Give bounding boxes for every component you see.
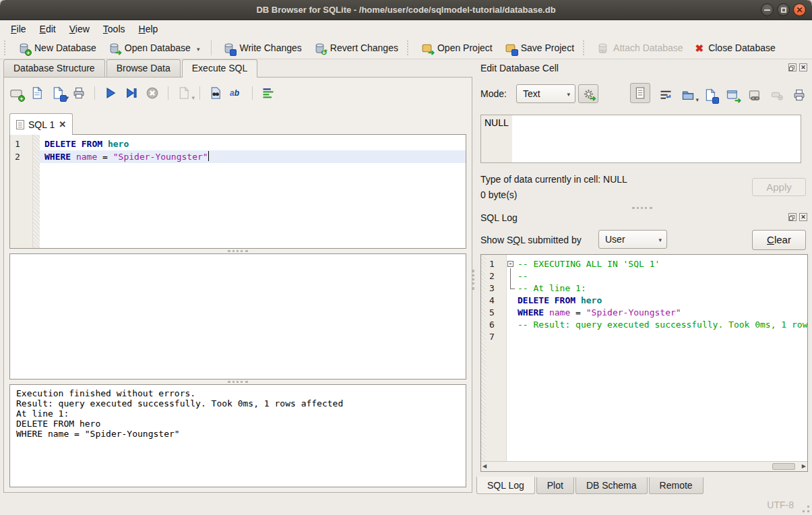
results-message-splitter[interactable] [228,381,248,383]
fold-marker [507,270,518,282]
find-in-sql-icon[interactable] [209,86,222,100]
bottom-tab-remote[interactable]: Remote [649,477,704,494]
sql-tab-close-icon[interactable]: ✕ [59,120,66,129]
bottom-tab-bar: SQL LogPlotDB SchemaRemote [476,477,704,494]
tab-browse-data[interactable]: Browse Data [106,59,181,77]
editor-code[interactable]: DELETE FROM heroWHERE name = "Spider-You… [40,135,466,248]
bottom-tab-db-schema[interactable]: DB Schema [575,477,648,494]
word-wrap-icon[interactable] [659,88,673,102]
replace-in-sql-icon[interactable]: ab [230,86,243,100]
text-document-icon [635,87,646,99]
fold-marker [507,307,518,319]
close-panel-icon[interactable]: ✕ [799,63,807,71]
open-database-button[interactable]: ➜ Open Database ▾ [102,40,206,57]
toolbar-drag-handle[interactable] [407,40,411,55]
tab-database-structure[interactable]: Database Structure [3,59,105,77]
line-number: 1 [10,138,32,150]
menu-view[interactable]: View [63,22,96,36]
cell-value-editor[interactable]: NULL [480,115,801,163]
gear-icon: ➜ [584,89,594,99]
copy-link-icon[interactable] [748,88,761,102]
sql-log-view[interactable]: 1234567 -- EXECUTING ALL IN 'SQL 1'---- … [480,254,808,472]
set-null-icon[interactable] [770,88,784,102]
open-sql-file-icon[interactable] [30,86,44,100]
execution-message[interactable]: Execution finished without errors.Result… [9,384,466,487]
fold-marker [507,319,518,331]
execute-current-line-icon[interactable] [125,86,138,100]
fold-marker[interactable] [507,258,518,270]
app-window: DB Browser for SQLite - /home/user/code/… [0,0,812,515]
title-bar[interactable]: DB Browser for SQLite - /home/user/code/… [0,0,812,20]
dock-splitter[interactable] [632,207,652,209]
clear-log-button[interactable]: Clear [752,230,806,250]
apply-button[interactable]: Apply [752,178,806,196]
toolbar-drag-handle[interactable] [4,40,8,55]
sql-document-tab[interactable]: SQL 1 ✕ [9,113,73,135]
format-sql-icon[interactable] [261,86,275,100]
close-database-label: Close Database [708,42,776,53]
toolbar-drag-handle[interactable] [583,40,587,55]
new-database-button[interactable]: + New Database [12,40,102,57]
stop-execution-icon[interactable] [146,86,159,100]
menu-edit[interactable]: Edit [33,22,63,36]
open-project-button[interactable]: ➜ Open Project [415,40,499,57]
sql-log-filter-select[interactable]: User ▾ [598,230,667,249]
minimize-button[interactable] [761,3,774,16]
revert-changes-label: Revert Changes [330,42,398,53]
print-cell-icon[interactable] [792,88,806,102]
apply-cell-mode-button[interactable]: ➜ [578,84,598,103]
float-panel-icon[interactable] [788,213,797,221]
close-button[interactable]: ✕ [793,3,806,16]
cell-size-label: 0 byte(s) [480,189,517,200]
line-number: 6 [486,319,506,331]
close-panel-icon[interactable]: ✕ [799,213,807,221]
resize-grip[interactable] [803,506,809,512]
scroll-left-icon[interactable]: ◀ [482,462,487,471]
save-project-button[interactable]: Save Project [499,40,580,57]
write-changes-button[interactable]: Write Changes [217,40,307,57]
revert-changes-button[interactable]: ↺ Revert Changes [308,40,404,57]
new-sql-tab-icon[interactable]: + [9,86,23,100]
maximize-button[interactable] [777,3,790,16]
mode-select[interactable]: Text ▾ [516,84,575,103]
editor-gutter: 12 [10,135,33,248]
float-panel-icon[interactable] [788,63,797,71]
revert-changes-icon: ↺ [314,42,325,54]
menu-help[interactable]: Help [132,22,165,36]
import-cell-data-icon[interactable]: ▾ [681,88,695,102]
save-project-icon [505,42,516,54]
cell-edit-area[interactable] [512,115,801,162]
open-in-external-app-icon[interactable]: ➜ [726,88,739,102]
log-gutter: 1234567 [486,255,507,471]
menu-file[interactable]: File [4,22,33,36]
text-mode-button[interactable] [630,83,650,103]
execute-sql-panel: + ▾ ▾ [3,77,472,493]
sql-log-filter-value: User [605,234,625,245]
chevron-down-icon: ▾ [658,237,662,243]
scroll-right-icon[interactable]: ▶ [802,462,806,471]
execute-all-icon[interactable] [104,86,117,100]
log-line [507,331,807,343]
log-line: WHERE name = "Spider-Youngster" [507,307,807,319]
sql-editor[interactable]: 12 DELETE FROM heroWHERE name = "Spider-… [9,134,466,249]
results-grid[interactable] [9,253,466,380]
save-sql-file-icon[interactable]: ▾ [51,86,65,100]
sql-log-panel-title: SQL Log [480,212,518,223]
bottom-tab-plot[interactable]: Plot [536,477,574,494]
minimize-icon [764,9,770,11]
editor-results-splitter[interactable] [228,250,248,252]
scrollbar-thumb[interactable] [772,463,795,470]
log-code[interactable]: -- EXECUTING ALL IN 'SQL 1'---- At line … [507,255,807,471]
export-cell-data-icon[interactable] [704,88,717,102]
open-database-dropdown-caret[interactable]: ▾ [197,46,200,54]
close-database-button[interactable]: ✖ Close Database [689,40,782,57]
tab-execute-sql[interactable]: Execute SQL [182,59,258,78]
menu-tools[interactable]: Tools [96,22,132,36]
log-horizontal-scrollbar[interactable]: ◀ ▶ [481,461,807,471]
attach-database-button[interactable]: Attach Database [591,40,689,57]
log-fold-margin [481,255,486,471]
print-icon[interactable] [72,86,86,100]
save-results-icon[interactable]: ▾ [177,86,191,100]
bottom-tab-sql-log[interactable]: SQL Log [476,477,535,494]
menu-bar: FileEditViewToolsHelp [0,21,812,37]
